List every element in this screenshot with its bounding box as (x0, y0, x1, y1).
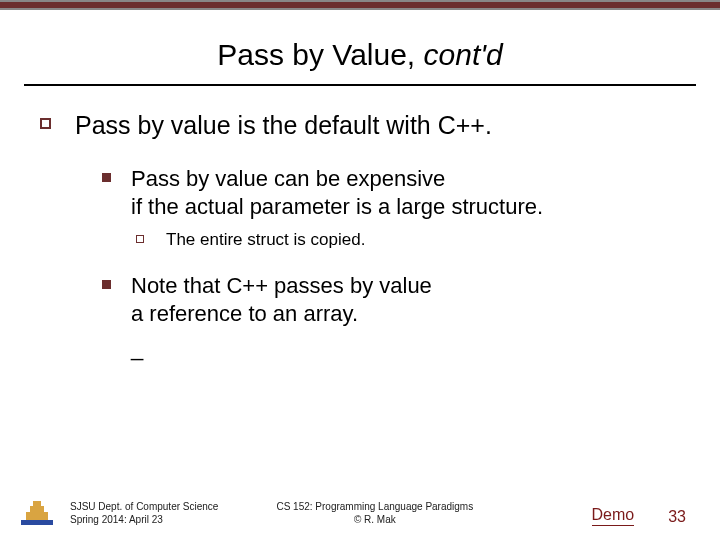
course-line2: © R. Mak (276, 513, 473, 526)
course-line1: CS 152: Programming Language Paradigms (276, 500, 473, 513)
dept-line2: Spring 2014: April 23 (70, 513, 218, 526)
lvl3-text: The entire struct is copied. (166, 230, 365, 250)
open-square-bullet-icon (40, 118, 51, 129)
open-square-small-bullet-icon (136, 235, 144, 243)
demo-link[interactable]: Demo (592, 506, 635, 526)
lvl1-text: Pass by value is the default with C++. (75, 110, 492, 141)
title-main: Pass by Value, (217, 38, 423, 71)
solid-square-bullet-icon (102, 173, 111, 182)
bullet-level1: Pass by value is the default with C++. (40, 110, 680, 141)
dept-line1: SJSU Dept. of Computer Science (70, 500, 218, 513)
footer: SJSU Dept. of Computer Science Spring 20… (0, 498, 720, 526)
slide-title: Pass by Value, cont'd (40, 38, 680, 72)
title-italic: cont'd (424, 38, 503, 71)
solid-square-bullet-icon (102, 280, 111, 289)
footer-course: CS 152: Programming Language Paradigms ©… (276, 500, 473, 526)
bullet-level3: The entire struct is copied. (136, 230, 680, 250)
svg-rect-1 (30, 506, 44, 520)
lvl2a-line2: if the actual parameter is a large struc… (131, 193, 543, 221)
lvl2b-line1: Note that C++ passes by value (131, 272, 432, 300)
level2-group: Pass by value can be expensive if the ac… (102, 165, 680, 363)
lvl2a-text: Pass by value can be expensive if the ac… (131, 165, 543, 220)
svg-rect-4 (44, 512, 48, 520)
sjsu-logo-icon (20, 498, 54, 526)
bullet-level2: Note that C++ passes by value a referenc… (102, 272, 680, 363)
page-number: 33 (668, 508, 686, 526)
svg-rect-2 (33, 501, 41, 506)
lvl2a-line1: Pass by value can be expensive (131, 165, 543, 193)
underscore: _ (131, 335, 432, 363)
svg-rect-3 (26, 512, 30, 520)
content-area: Pass by value is the default with C++. P… (0, 86, 720, 363)
footer-dept: SJSU Dept. of Computer Science Spring 20… (70, 500, 218, 526)
level3-group: The entire struct is copied. (136, 230, 680, 250)
bullet-level2: Pass by value can be expensive if the ac… (102, 165, 680, 220)
svg-rect-0 (21, 520, 53, 525)
lvl2b-text: Note that C++ passes by value a referenc… (131, 272, 432, 363)
accent-bar (0, 0, 720, 10)
slide-title-block: Pass by Value, cont'd (0, 10, 720, 78)
lvl2b-line2: a reference to an array. (131, 300, 432, 328)
